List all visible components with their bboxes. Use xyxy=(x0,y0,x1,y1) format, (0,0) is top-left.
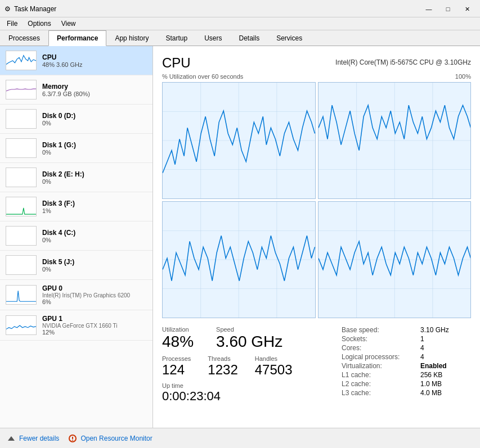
sidebar: CPU 48% 3.60 GHz Memory 6.3/7.9 GB (80%) xyxy=(0,46,153,444)
spec-sockets-key: Sockets: xyxy=(342,335,415,343)
disk3-name: Disk 3 (F:) xyxy=(42,200,147,207)
speed-value: 3.60 GHz xyxy=(216,333,282,351)
spec-cores-key: Cores: xyxy=(342,344,415,352)
chart-core3 xyxy=(318,201,472,318)
handles-label: Handles xyxy=(255,355,293,362)
maximize-button[interactable]: □ xyxy=(439,3,456,15)
memory-thumb xyxy=(6,80,37,99)
spec-virt-val: Enabled xyxy=(420,362,447,370)
memory-name: Memory xyxy=(42,83,147,90)
speed-label: Speed xyxy=(216,326,282,333)
gpu1-name: GPU 1 xyxy=(42,315,147,323)
disk2-thumb xyxy=(6,168,37,187)
gpu0-stat: 6% xyxy=(42,298,147,305)
gpu0-thumb xyxy=(6,285,37,305)
svg-point-28 xyxy=(72,440,73,441)
spec-virtualization: Virtualization: Enabled xyxy=(342,362,471,370)
gpu1-model: NVIDIA GeForce GTX 1660 Ti xyxy=(42,323,147,329)
sidebar-item-disk0[interactable]: Disk 0 (D:) 0% xyxy=(0,105,152,134)
app-title: Task Manager xyxy=(14,5,56,13)
memory-stat: 6.3/7.9 GB (80%) xyxy=(42,90,147,97)
resource-monitor-icon xyxy=(68,434,77,443)
close-button[interactable]: ✕ xyxy=(459,3,475,15)
sidebar-item-disk3[interactable]: Disk 3 (F:) 1% xyxy=(0,192,152,221)
sidebar-item-memory[interactable]: Memory 6.3/7.9 GB (80%) xyxy=(0,75,152,105)
threads-value: 1232 xyxy=(208,362,237,378)
sidebar-item-disk2[interactable]: Disk 2 (E: H:) 0% xyxy=(0,163,152,192)
menu-options[interactable]: Options xyxy=(23,19,55,29)
spec-cores-val: 4 xyxy=(420,344,424,352)
spec-l2-val: 1.0 MB xyxy=(420,380,442,388)
spec-logical: Logical processors: 4 xyxy=(342,353,471,361)
disk0-stat: 0% xyxy=(42,120,147,126)
sidebar-item-cpu[interactable]: CPU 48% 3.60 GHz xyxy=(0,46,152,75)
fewer-details-label: Fewer details xyxy=(19,435,59,442)
menu-bar: File Options View xyxy=(0,17,480,30)
disk5-name: Disk 5 (J:) xyxy=(42,258,147,266)
spec-base-speed-key: Base speed: xyxy=(342,326,415,334)
chart-core0 xyxy=(162,82,316,199)
memory-info: Memory 6.3/7.9 GB (80%) xyxy=(42,83,147,97)
right-panel: CPU Intel(R) Core(TM) i5-5675C CPU @ 3.1… xyxy=(153,46,480,444)
minimize-button[interactable]: — xyxy=(420,3,437,15)
chart-core1 xyxy=(318,82,472,199)
spec-l1-val: 256 KB xyxy=(420,371,442,379)
main-content: CPU 48% 3.60 GHz Memory 6.3/7.9 GB (80%) xyxy=(0,46,480,444)
cpu-info: CPU 48% 3.60 GHz xyxy=(42,53,147,68)
tab-details[interactable]: Details xyxy=(230,30,268,46)
handles-value: 47503 xyxy=(255,362,293,378)
threads-group: Threads 1232 xyxy=(208,355,237,378)
chart-label-text: % Utilization over 60 seconds xyxy=(162,73,243,80)
sidebar-item-disk1[interactable]: Disk 1 (G:) 0% xyxy=(0,134,152,163)
title-bar: ⚙ Task Manager — □ ✕ xyxy=(0,0,480,17)
chevron-up-icon xyxy=(7,434,16,443)
disk5-stat: 0% xyxy=(42,266,147,273)
tab-bar: Processes Performance App history Startu… xyxy=(0,30,480,46)
processes-label: Processes xyxy=(162,355,191,362)
disk4-stat: 0% xyxy=(42,237,147,243)
tab-performance[interactable]: Performance xyxy=(48,30,106,46)
fewer-details-button[interactable]: Fewer details xyxy=(7,434,59,443)
sidebar-item-disk5[interactable]: Disk 5 (J:) 0% xyxy=(0,251,152,280)
spec-logical-key: Logical processors: xyxy=(342,353,415,361)
spec-l1: L1 cache: 256 KB xyxy=(342,371,471,379)
tab-app-history[interactable]: App history xyxy=(106,30,157,46)
disk3-stat: 1% xyxy=(42,207,147,214)
menu-view[interactable]: View xyxy=(57,19,80,29)
spec-logical-val: 4 xyxy=(420,353,424,361)
tab-startup[interactable]: Startup xyxy=(157,30,196,46)
open-resource-monitor-button[interactable]: Open Resource Monitor xyxy=(68,434,152,443)
disk2-name: Disk 2 (E: H:) xyxy=(42,170,147,178)
threads-label: Threads xyxy=(208,355,237,362)
disk5-thumb xyxy=(6,255,37,275)
sidebar-item-gpu1[interactable]: GPU 1 NVIDIA GeForce GTX 1660 Ti 12% xyxy=(0,310,152,341)
speed-group: Speed 3.60 GHz xyxy=(216,326,282,351)
disk3-thumb xyxy=(6,197,37,216)
specs-table: Base speed: 3.10 GHz Sockets: 1 Cores: 4… xyxy=(342,326,471,398)
cpu-charts-grid xyxy=(162,82,471,318)
tab-services[interactable]: Services xyxy=(268,30,311,46)
menu-file[interactable]: File xyxy=(2,19,22,29)
panel-title: CPU xyxy=(162,55,191,71)
panel-subtitle: Intel(R) Core(TM) i5-5675C CPU @ 3.10GHz xyxy=(335,58,471,66)
sidebar-item-disk4[interactable]: Disk 4 (C:) 0% xyxy=(0,221,152,251)
spec-l2: L2 cache: 1.0 MB xyxy=(342,380,471,388)
spec-cores: Cores: 4 xyxy=(342,344,471,352)
utilization-label: Utilization xyxy=(162,326,194,333)
disk1-name: Disk 1 (G:) xyxy=(42,141,147,149)
utilization-group: Utilization 48% xyxy=(162,326,194,351)
spec-base-speed-val: 3.10 GHz xyxy=(420,326,449,334)
tab-processes[interactable]: Processes xyxy=(0,30,48,46)
spec-l3: L3 cache: 4.0 MB xyxy=(342,389,471,397)
cpu-stat: 48% 3.60 GHz xyxy=(42,61,147,68)
gpu0-name: GPU 0 xyxy=(42,284,147,292)
disk2-stat: 0% xyxy=(42,178,147,185)
chart-label-row: % Utilization over 60 seconds 100% xyxy=(162,73,471,80)
disk0-thumb xyxy=(6,109,37,129)
tab-users[interactable]: Users xyxy=(196,30,230,46)
spec-l3-key: L3 cache: xyxy=(342,389,415,397)
gpu0-model: Intel(R) Iris(TM) Pro Graphics 6200 xyxy=(42,292,147,298)
sidebar-item-gpu0[interactable]: GPU 0 Intel(R) Iris(TM) Pro Graphics 620… xyxy=(0,280,152,310)
processes-value: 124 xyxy=(162,362,191,378)
svg-marker-25 xyxy=(8,436,15,441)
